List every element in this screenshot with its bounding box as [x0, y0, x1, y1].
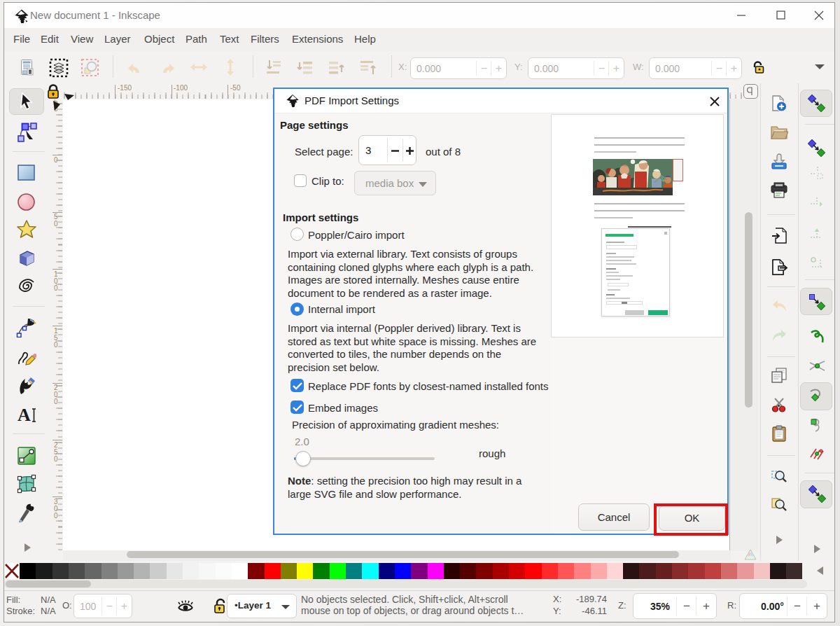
- svg-text:A: A: [18, 405, 31, 425]
